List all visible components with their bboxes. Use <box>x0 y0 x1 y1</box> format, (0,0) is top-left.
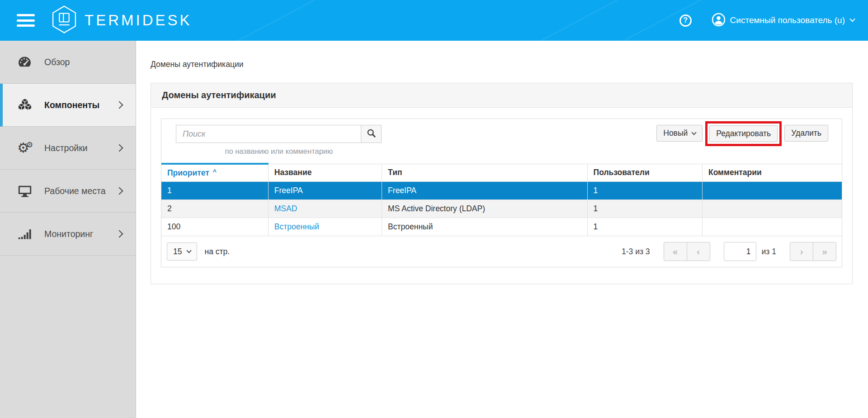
sidebar-item-label: Мониторинг <box>44 229 117 239</box>
user-avatar-icon <box>712 13 726 28</box>
name-cell: Встроенный <box>268 218 382 236</box>
delete-button[interactable]: Удалить <box>784 125 828 142</box>
header-decoration <box>162 0 363 41</box>
prev-page-button[interactable]: ‹ <box>687 242 710 261</box>
column-header-users[interactable]: Пользователи <box>587 164 702 182</box>
name-cell: MSAD <box>268 200 382 218</box>
gears-icon: ⚙⚙ <box>17 141 38 155</box>
comments-cell <box>702 200 842 218</box>
page-number-input[interactable] <box>724 242 756 261</box>
comments-cell <box>702 182 842 200</box>
double-chevron-right-icon: » <box>822 247 827 257</box>
help-icon[interactable]: ? <box>679 14 692 27</box>
logo-wordmark: TERMIDESK <box>85 12 192 29</box>
termidesk-logo-icon <box>51 5 77 36</box>
column-header-comments[interactable]: Комментарии <box>702 164 842 182</box>
dashboard-icon <box>17 55 38 70</box>
priority-cell: 2 <box>161 200 268 218</box>
users-cell: 1 <box>587 182 702 200</box>
edit-button-highlight-annotation: Редактировать <box>705 121 782 146</box>
chevron-left-icon: ‹ <box>697 247 700 257</box>
domain-name-link[interactable]: Встроенный <box>274 222 319 231</box>
type-cell: MS Active Directory (LDAP) <box>382 200 588 218</box>
chevron-right-icon <box>116 144 123 152</box>
users-cell: 1 <box>587 218 702 236</box>
chevron-right-icon <box>116 101 123 109</box>
name-cell: FreeIPA <box>268 182 382 200</box>
user-name: Системный пользователь (u) <box>730 15 845 25</box>
type-cell: Встроенный <box>382 218 588 236</box>
chevron-down-icon <box>849 16 855 22</box>
priority-cell: 1 <box>161 182 268 200</box>
chevron-right-icon <box>116 187 123 195</box>
sidebar-item-label: Настройки <box>44 143 117 153</box>
search-hint: по названию или комментарию <box>176 147 382 156</box>
column-header-name[interactable]: Название <box>268 164 382 182</box>
sidebar-item-monitoring[interactable]: Мониторинг <box>0 213 136 256</box>
first-page-button[interactable]: « <box>664 242 687 261</box>
table-row-msad[interactable]: 2 MSAD MS Active Directory (LDAP) 1 <box>161 200 842 218</box>
user-menu[interactable]: Системный пользователь (u) <box>712 13 854 28</box>
next-page-button[interactable]: › <box>790 242 813 261</box>
column-header-priority[interactable]: Приоритет^ <box>161 164 268 182</box>
sort-asc-icon: ^ <box>213 168 217 176</box>
logo: TERMIDESK <box>51 5 192 36</box>
breadcrumb: Домены аутентификации <box>151 60 868 69</box>
signal-bars-icon <box>17 227 38 241</box>
domains-table: Приоритет^ Название Тип Пользователи Ком… <box>161 163 842 236</box>
cubes-icon <box>17 97 38 113</box>
chevron-down-icon <box>187 248 192 253</box>
search-button[interactable] <box>361 125 382 143</box>
card-title: Домены аутентификации <box>162 90 276 100</box>
new-button[interactable]: Новый <box>656 125 703 142</box>
table-row-freeipa[interactable]: 1 FreeIPA FreeIPA 1 <box>161 182 842 200</box>
chevron-down-icon <box>692 130 697 135</box>
desktop-icon <box>17 183 38 199</box>
sidebar-item-label: Компоненты <box>44 100 117 110</box>
sidebar-item-components[interactable]: Компоненты <box>0 84 136 127</box>
page-count-label: из 1 <box>762 247 776 256</box>
table-header-row: Приоритет^ Название Тип Пользователи Ком… <box>161 164 842 182</box>
search-icon <box>367 128 376 139</box>
sidebar-item-label: Обзор <box>44 57 136 67</box>
comments-cell <box>702 218 842 236</box>
table-row-builtin[interactable]: 100 Встроенный Встроенный 1 <box>161 218 842 236</box>
per-page-select[interactable]: 15 <box>167 242 197 261</box>
topbar: TERMIDESK ? Системный пользователь (u) <box>0 0 868 41</box>
card-header: Домены аутентификации <box>151 83 852 108</box>
toolbar: по названию или комментарию Новый Редакт… <box>161 119 842 163</box>
chevron-right-icon: › <box>800 247 803 257</box>
edit-button[interactable]: Редактировать <box>709 125 778 142</box>
column-header-type[interactable]: Тип <box>382 164 588 182</box>
hamburger-menu-button[interactable] <box>17 14 35 27</box>
per-page-label: на стр. <box>204 247 230 256</box>
last-page-button[interactable]: » <box>813 242 836 261</box>
sidebar-item-settings[interactable]: ⚙⚙ Настройки <box>0 127 136 170</box>
sidebar-item-workplaces[interactable]: Рабочие места <box>0 170 136 213</box>
priority-cell: 100 <box>161 218 268 236</box>
search-input[interactable] <box>176 125 361 143</box>
sidebar-item-label: Рабочие места <box>44 186 117 196</box>
pagination-range: 1-3 из 3 <box>622 247 650 256</box>
users-cell: 1 <box>587 200 702 218</box>
pagination-bar: 15 на стр. 1-3 из 3 « ‹ <box>161 236 842 267</box>
auth-domains-card: Домены аутентификации <box>151 83 853 284</box>
sidebar: Обзор Компон <box>0 41 136 418</box>
domain-name-link[interactable]: MSAD <box>274 204 297 213</box>
sidebar-item-overview[interactable]: Обзор <box>0 41 136 84</box>
type-cell: FreeIPA <box>382 182 588 200</box>
chevron-right-icon <box>116 230 123 238</box>
main-content: Домены аутентификации Домены аутентифика… <box>136 41 868 418</box>
domains-panel: по названию или комментарию Новый Редакт… <box>161 119 842 267</box>
double-chevron-left-icon: « <box>673 247 678 257</box>
